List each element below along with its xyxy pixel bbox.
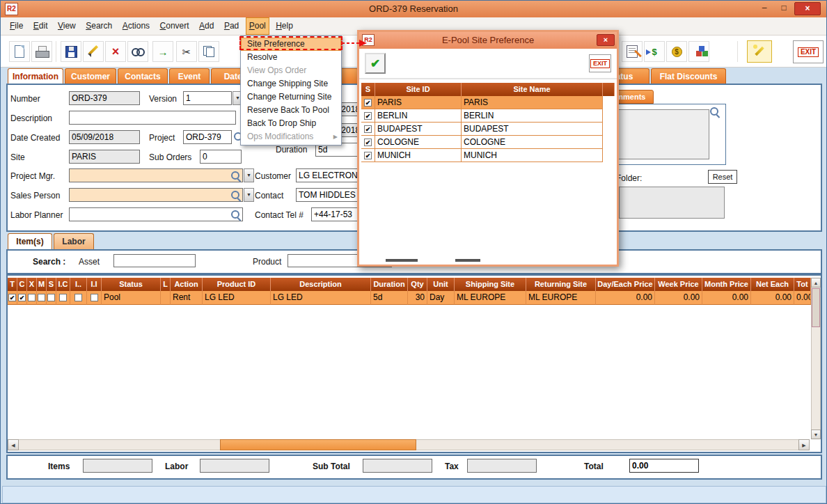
menu-item-site-preference[interactable]: Site Preference [241,38,341,51]
col-c[interactable]: C [17,278,27,291]
site-checkbox-budapest[interactable]: ✔ [364,125,372,133]
col-s[interactable]: S [47,278,56,291]
site-name-cell[interactable]: COLOGNE [462,136,603,149]
col-week-price[interactable]: Week Price [655,278,702,291]
scroll-up-button[interactable]: ▲ [811,278,821,288]
menu-item-reserve-back-to-pool[interactable]: Reserve Back To Pool [241,104,341,117]
row-checkbox-t[interactable]: ✔ [8,294,16,301]
col-ic[interactable]: I.C [56,278,70,291]
menu-pad[interactable]: Pad [221,17,242,35]
labor-planner-field[interactable] [69,207,243,221]
tab-flat-discounts[interactable]: Flat Discounts [651,68,726,84]
row-checkbox-s[interactable] [47,294,55,301]
site-checkbox-cologne[interactable]: ✔ [364,139,372,146]
vertical-scroll-thumb[interactable] [812,288,820,327]
site-name-cell[interactable]: MUNICH [462,149,603,162]
sub-orders-field[interactable]: 0 [200,150,242,164]
col-l[interactable]: L [161,278,171,291]
col-ii[interactable]: I.I [87,278,102,291]
billing-button[interactable]: $ [666,41,687,62]
site-id-cell[interactable]: BUDAPEST [375,123,462,136]
cell-unit[interactable]: Day [427,291,455,305]
new-button[interactable] [9,41,30,62]
cell-net-each[interactable]: 0.00 [751,291,794,305]
cell-duration[interactable]: 5d [371,291,408,305]
site-checkbox-paris[interactable]: ✔ [364,99,372,107]
cell-shipping-site[interactable]: ML EUROPE [455,291,526,305]
menu-item-change-returning-site[interactable]: Change Returning Site [241,90,341,104]
col-status[interactable]: Status [102,278,161,291]
cell-l[interactable] [161,291,171,305]
labor-planner-search-icon[interactable] [230,210,241,220]
col-day-each-price[interactable]: Day/Each Price [596,278,655,291]
tab-customer[interactable]: Customer [65,68,116,84]
col-unit[interactable]: Unit [427,278,455,291]
tab-contacts[interactable]: Contacts [118,68,168,84]
project-mgr-field[interactable] [69,168,243,182]
copy-button[interactable] [198,41,219,62]
row-checkbox-ii[interactable] [90,294,98,301]
menu-help[interactable]: Help [272,17,297,35]
description-field[interactable] [69,111,236,125]
site-field[interactable]: PARIS [69,150,140,164]
menu-view[interactable]: View [54,17,79,35]
cell-qty[interactable]: 30 [408,291,427,305]
menu-pool[interactable]: Pool [246,17,269,35]
row-checkbox-ic[interactable] [59,294,67,301]
col-action[interactable]: Action [171,278,203,291]
tab-event[interactable]: Event [169,68,210,84]
menu-add[interactable]: Add [196,17,217,35]
col-product-id[interactable]: Product ID [203,278,271,291]
menu-item-ops-modifications[interactable]: Ops Modifications▶ [241,130,341,143]
save-button[interactable] [61,41,81,62]
payment-button[interactable]: $ [644,41,665,62]
print-button[interactable] [31,41,52,62]
site-id-cell[interactable]: COLOGNE [375,136,462,149]
cell-product-id[interactable]: LG LED [203,291,271,305]
dialog-confirm-button[interactable]: ✔ [365,53,386,74]
dialog-col-s[interactable]: S [361,83,375,96]
site-id-cell[interactable]: MUNICH [375,149,462,162]
horizontal-scroll-thumb[interactable] [220,439,416,450]
dialog-col-site-id[interactable]: Site ID [375,83,462,96]
col-t[interactable]: T [8,278,17,291]
col-qty[interactable]: Qty [408,278,427,291]
col-duration[interactable]: Duration [371,278,408,291]
edit-button[interactable] [83,41,104,62]
cell-month-price[interactable]: 0.00 [702,291,751,305]
packages-button[interactable] [688,41,709,62]
site-checkbox-berlin[interactable]: ✔ [364,112,372,120]
scroll-left-button[interactable]: ◀ [8,439,19,450]
row-checkbox-c[interactable]: ✔ [18,294,26,301]
project-mgr-dropdown-button[interactable]: ▼ [244,168,254,182]
col-returning-site[interactable]: Returning Site [526,278,596,291]
dialog-close-button[interactable]: × [597,34,615,46]
col-shipping-site[interactable]: Shipping Site [455,278,526,291]
cell-tot[interactable]: 0.00 [794,291,811,305]
col-tot[interactable]: Tot [794,278,811,291]
asset-search-input[interactable] [113,254,196,267]
exit-button[interactable]: EXIT [793,40,824,63]
site-id-cell[interactable]: PARIS [375,96,462,109]
menu-item-resolve[interactable]: Resolve [241,51,341,64]
site-name-cell[interactable]: BUDAPEST [462,123,603,136]
version-field[interactable]: 1 [183,91,232,105]
maximize-button[interactable]: □ [775,2,793,15]
menu-item-change-shipping-site[interactable]: Change Shipping Site [241,77,341,90]
site-name-cell[interactable]: BERLIN [462,109,603,123]
scroll-right-button[interactable]: ▶ [798,439,810,450]
cell-week-price[interactable]: 0.00 [655,291,702,305]
site-checkbox-munich[interactable]: ✔ [364,152,372,159]
cell-status[interactable]: Pool [102,291,161,305]
menu-search[interactable]: Search [82,17,116,35]
sales-person-field[interactable] [69,188,243,202]
col-description[interactable]: Description [271,278,371,291]
cell-action[interactable]: Rent [171,291,203,305]
convert-button[interactable]: → [152,41,173,62]
delete-button[interactable]: × [105,41,126,62]
sales-person-search-icon[interactable] [230,190,241,200]
folder-field[interactable] [619,187,725,219]
menu-item-back-to-drop-ship[interactable]: Back To Drop Ship [241,117,341,130]
row-checkbox-m[interactable] [38,294,45,301]
col-m[interactable]: M [37,278,47,291]
